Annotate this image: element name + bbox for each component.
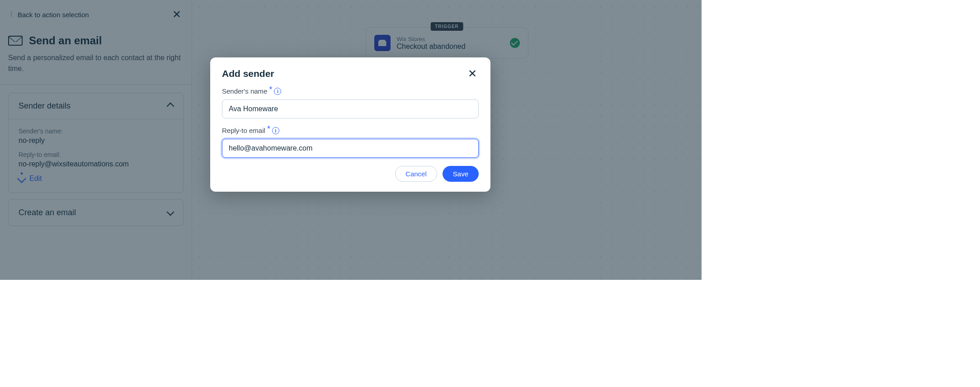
info-icon[interactable]: i (272, 127, 279, 134)
sender-name-input[interactable] (222, 99, 479, 118)
info-icon[interactable]: i (274, 88, 281, 95)
save-button[interactable]: Save (443, 166, 479, 182)
add-sender-modal: Add sender ✕ Sender's name * i Reply-to … (210, 57, 490, 192)
reply-email-input[interactable] (222, 139, 479, 158)
sender-name-field-label: Sender's name (222, 87, 267, 95)
modal-title: Add sender (222, 68, 274, 79)
required-asterisk: * (267, 124, 270, 134)
modal-close-button[interactable]: ✕ (466, 68, 479, 79)
reply-email-field-label: Reply-to email (222, 127, 265, 134)
required-asterisk: * (269, 85, 272, 94)
cancel-button[interactable]: Cancel (395, 166, 437, 182)
